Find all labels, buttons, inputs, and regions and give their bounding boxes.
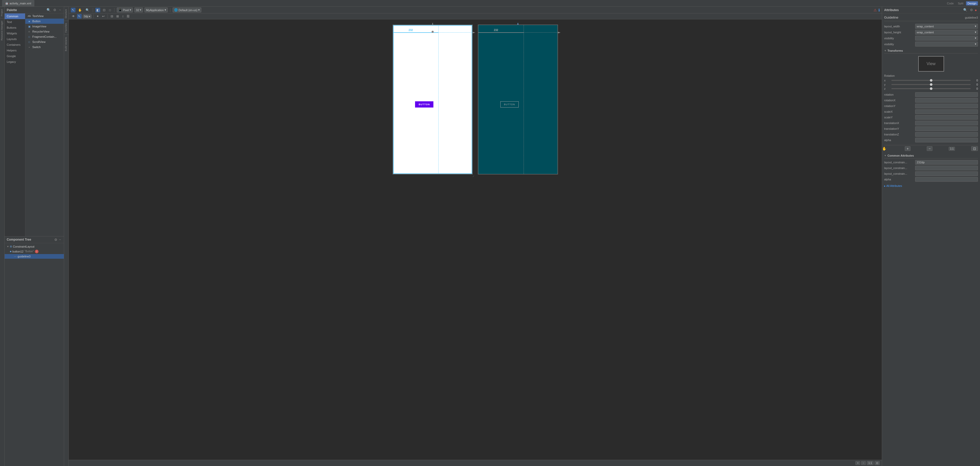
palette-item-button[interactable]: ■ Button — [25, 19, 64, 24]
constrain1-input[interactable] — [915, 160, 978, 165]
dp-dropdown[interactable]: 0dp ▾ — [83, 14, 91, 18]
tree-settings-icon[interactable]: ⚙ — [54, 237, 58, 242]
zoom-out-btn[interactable]: − — [861, 461, 866, 465]
translationX-field-input[interactable] — [915, 121, 978, 126]
distribute-btn[interactable]: ↕ — [121, 14, 124, 19]
all-attributes-link[interactable]: ▸ All Attributes — [884, 183, 978, 189]
rotationX-field-input[interactable] — [915, 98, 978, 103]
view-label: View — [926, 62, 935, 66]
guideline-element-id: guideline3 — [965, 16, 978, 19]
error-icon[interactable]: ⚠ — [873, 8, 877, 12]
palette-search-icon[interactable]: 🔍 — [46, 8, 51, 12]
alpha-field-input[interactable] — [915, 138, 978, 142]
visibility-input[interactable]: ▾ — [915, 36, 978, 41]
add-constraint-btn[interactable]: + — [905, 146, 910, 151]
common-alpha-input[interactable] — [915, 177, 978, 182]
remove-constraint-btn[interactable]: − — [927, 146, 932, 151]
rotation-x-slider[interactable] — [891, 80, 971, 81]
side-tab-favorites[interactable]: Favorites — [64, 21, 68, 35]
render-btn[interactable]: 👁 — [71, 14, 76, 19]
palette-cat-buttons[interactable]: Buttons — [5, 25, 25, 30]
common-attr-section-header[interactable]: ▼ Common Attributes — [884, 153, 978, 158]
translationZ-field-input[interactable] — [915, 132, 978, 137]
rotation-y-slider[interactable] — [891, 84, 971, 85]
scaleX-field-input[interactable] — [915, 109, 978, 114]
palette-item-imageview[interactable]: ▣ ImageView — [25, 24, 64, 29]
button-dark[interactable]: BUTTON — [500, 101, 519, 108]
magic-btn[interactable]: ✦ — [95, 14, 100, 19]
tree-item-constraintlayout[interactable]: ▼ ⊞ ConstraintLayout — [5, 244, 64, 249]
attr-search-icon[interactable]: 🔍 — [963, 8, 968, 12]
palette-cat-helpers[interactable]: Helpers — [5, 48, 25, 53]
common-alpha-label: alpha — [884, 178, 915, 181]
tree-item-button12[interactable]: ■ button12 "Button" ! — [8, 249, 64, 254]
design-tab-btn[interactable]: Design — [966, 1, 978, 5]
rotationY-field-input[interactable] — [915, 103, 978, 108]
aspect-ratio-btn[interactable]: 1:1 — [867, 461, 873, 465]
palette-cat-text[interactable]: Text — [5, 19, 25, 25]
design-surface-btn[interactable]: ◧ — [95, 8, 100, 13]
palette-item-scrollview[interactable]: □ ScrollView — [25, 39, 64, 45]
translationY-field-label: translationY — [884, 127, 915, 130]
lock-btn[interactable]: ⊡ — [971, 146, 978, 151]
side-tab-resource[interactable]: Resource Manager — [0, 18, 5, 43]
ratio-btn[interactable]: 1:1 — [949, 147, 955, 151]
button-light[interactable]: BUTTON — [415, 101, 433, 108]
constrain3-input[interactable] — [915, 171, 978, 176]
layout-height-dropdown[interactable]: wrap_content ▾ — [915, 30, 978, 35]
palette-settings-icon[interactable]: ⚙ — [52, 8, 57, 12]
design-btn[interactable]: □ — [108, 8, 112, 13]
rotation-field-input[interactable] — [915, 92, 978, 97]
blueprint-btn[interactable]: ⊡ — [102, 8, 107, 13]
constrain2-input[interactable] — [915, 166, 978, 170]
select-tool[interactable]: ↖ — [71, 8, 75, 13]
guideline-v-dark[interactable] — [523, 25, 524, 174]
scaleY-field-input[interactable] — [915, 115, 978, 120]
align-h-btn[interactable]: ⊟ — [110, 14, 114, 19]
translationY-field-input[interactable] — [915, 126, 978, 131]
palette-cat-google[interactable]: Google — [5, 53, 25, 59]
visibility2-input[interactable]: ▾ — [915, 41, 978, 46]
attr-settings-icon[interactable]: ⚙ — [969, 8, 974, 12]
locale-dropdown[interactable]: 🌐 Default (en-us) ▾ — [173, 8, 201, 13]
palette-minimize-icon[interactable]: − — [58, 8, 62, 12]
fit-btn[interactable]: ⊡ — [875, 461, 880, 465]
undo-btn[interactable]: ↩ — [101, 14, 106, 19]
tree-item-guideline3[interactable]: — guideline3 — [5, 254, 64, 259]
zoom-dropdown-btn[interactable]: 🔍 — [84, 8, 91, 13]
transforms-section-header[interactable]: ▼ Transforms — [884, 48, 978, 54]
cursor-btn[interactable]: ↖ — [77, 14, 82, 19]
palette-item-textview[interactable]: Ab TextView — [25, 13, 64, 19]
rotation-z-slider[interactable] — [891, 88, 971, 89]
palette-item-fragment[interactable]: □ FragmentContain... — [25, 34, 64, 39]
side-tab-project[interactable]: Project — [0, 7, 5, 18]
chain-btn[interactable]: ⛓ — [126, 14, 131, 19]
palette-cat-containers[interactable]: Containers — [5, 42, 25, 48]
layout-width-dropdown[interactable]: wrap_content ▾ — [915, 24, 978, 29]
tree-minimize-icon[interactable]: − — [58, 237, 62, 242]
guideline-handle-top[interactable] — [431, 31, 434, 33]
api-dropdown[interactable]: 32 ▾ — [134, 8, 143, 13]
guideline-v-light[interactable] — [438, 25, 439, 174]
palette-cat-widgets[interactable]: Widgets — [5, 30, 25, 36]
info-icon[interactable]: ℹ — [878, 8, 880, 12]
side-tab-structure[interactable]: Structure — [64, 7, 68, 21]
guideline-h-dark[interactable] — [478, 32, 557, 33]
align-v-btn[interactable]: ⊞ — [115, 14, 120, 19]
zoom-in-btn[interactable]: + — [856, 461, 860, 465]
app-dropdown[interactable]: MyApplication ▾ — [145, 8, 167, 13]
rotationX-field-label: rotationX — [884, 99, 915, 102]
palette-cat-layouts[interactable]: Layouts — [5, 36, 25, 42]
split-tab-btn[interactable]: Split — [956, 1, 965, 5]
palette-item-switch[interactable]: ▪ Switch — [25, 45, 64, 49]
code-tab-btn[interactable]: Code — [945, 1, 955, 5]
switch-label: Switch — [32, 46, 41, 49]
device-dropdown[interactable]: 📱 Pixel ▾ — [117, 8, 133, 13]
pan-tool[interactable]: ✋ — [77, 8, 83, 13]
hand-btn[interactable]: ✋ — [882, 146, 886, 151]
palette-item-recyclerview[interactable]: ≡ RecyclerView — [25, 29, 64, 34]
file-tab[interactable]: 🤖 activity_main.xml — [2, 0, 34, 6]
side-tab-build[interactable]: Build Variants — [64, 35, 68, 53]
palette-cat-common[interactable]: Common — [5, 13, 25, 19]
palette-cat-legacy[interactable]: Legacy — [5, 59, 25, 65]
